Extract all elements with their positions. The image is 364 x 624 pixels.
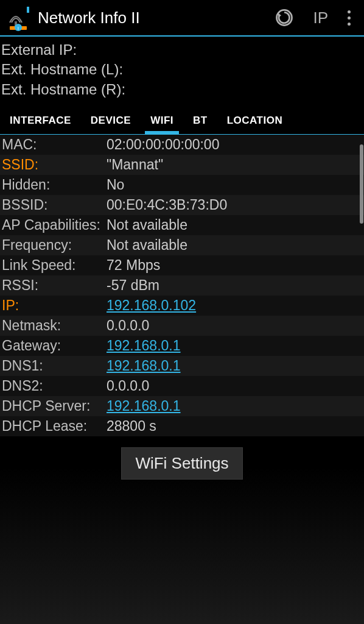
svg-rect-4 (27, 7, 29, 13)
table-row: Frequency:Not available (0, 235, 364, 255)
table-row: DNS1:192.168.0.1 (0, 356, 364, 376)
row-label: DHCP Server: (0, 396, 107, 416)
table-row: AP Capabilities:Not available (0, 215, 364, 235)
table-row: RSSI:-57 dBm (0, 275, 364, 296)
row-label: AP Capabilities: (0, 215, 107, 235)
table-row: Hidden:No (0, 175, 364, 195)
svg-text:i: i (18, 26, 19, 31)
row-value: 28800 s (107, 416, 364, 436)
external-info-section: External IP: Ext. Hostname (L): Ext. Hos… (0, 37, 364, 103)
svg-marker-6 (278, 13, 281, 18)
tab-device[interactable]: DEVICE (81, 107, 141, 134)
table-row: Link Speed:72 Mbps (0, 255, 364, 275)
table-row: DNS2:0.0.0.0 (0, 376, 364, 396)
refresh-icon (275, 9, 293, 27)
app-title: Network Info II (38, 9, 275, 27)
refresh-button[interactable] (275, 9, 293, 27)
row-value: 72 Mbps (107, 255, 364, 275)
row-value: No (107, 175, 364, 195)
row-label: Netmask: (0, 316, 107, 336)
row-label: Gateway: (0, 336, 107, 356)
tab-bt[interactable]: BT (183, 107, 217, 134)
kebab-dot-icon (348, 23, 351, 26)
row-value: Not available (107, 215, 364, 235)
tab-bar: INTERFACE DEVICE WIFI BT LOCATION (0, 107, 364, 135)
header-actions: IP (275, 9, 351, 27)
row-value: 0.0.0.0 (107, 376, 364, 396)
app-header: i Network Info II IP (0, 0, 364, 35)
row-value: 00:E0:4C:3B:73:D0 (107, 195, 364, 215)
table-row: Netmask:0.0.0.0 (0, 316, 364, 336)
row-label: DNS2: (0, 376, 107, 396)
tab-wifi[interactable]: WIFI (141, 107, 183, 134)
row-value: 192.168.0.1 (107, 336, 364, 356)
row-label: DHCP Lease: (0, 416, 107, 436)
row-label: MAC: (0, 135, 107, 155)
table-row: DHCP Server:192.168.0.1 (0, 396, 364, 416)
row-label: RSSI: (0, 275, 107, 296)
wifi-settings-button[interactable]: WiFi Settings (121, 447, 242, 480)
tab-location[interactable]: LOCATION (217, 107, 293, 134)
row-value: 192.168.0.1 (107, 396, 364, 416)
kebab-dot-icon (348, 10, 351, 13)
row-value: 192.168.0.1 (107, 356, 364, 376)
ip-link[interactable]: 192.168.0.1 (107, 358, 181, 374)
row-value: "Mannat" (107, 155, 364, 175)
row-label: DNS1: (0, 356, 107, 376)
app-icon: i (5, 4, 32, 31)
ip-link[interactable]: 192.168.0.1 (107, 398, 181, 414)
kebab-dot-icon (348, 16, 351, 20)
row-value: 02:00:00:00:00:00 (107, 135, 364, 155)
wifi-settings-wrap: WiFi Settings (0, 447, 364, 480)
ip-link[interactable]: 192.168.0.102 (107, 297, 196, 313)
row-value: 0.0.0.0 (107, 316, 364, 336)
tab-interface[interactable]: INTERFACE (0, 107, 81, 134)
ext-hostname-l-label: Ext. Hostname (L): (1, 60, 360, 79)
external-ip-label: External IP: (1, 40, 360, 60)
ext-hostname-r-label: Ext. Hostname (R): (1, 80, 360, 99)
row-label: SSID: (0, 155, 107, 175)
row-label: Hidden: (0, 175, 107, 195)
row-value: -57 dBm (107, 275, 364, 296)
table-row: MAC:02:00:00:00:00:00 (0, 135, 364, 155)
table-row: IP:192.168.0.102 (0, 296, 364, 316)
row-label: IP: (0, 296, 107, 316)
table-row: BSSID:00:E0:4C:3B:73:D0 (0, 195, 364, 215)
overflow-menu-button[interactable] (348, 10, 351, 26)
ip-link[interactable]: 192.168.0.1 (107, 338, 181, 353)
scrollbar-thumb[interactable] (360, 144, 363, 224)
table-row: SSID:"Mannat" (0, 155, 364, 175)
row-label: Link Speed: (0, 255, 107, 275)
table-row: DHCP Lease:28800 s (0, 416, 364, 436)
row-label: Frequency: (0, 235, 107, 255)
row-value: Not available (107, 235, 364, 255)
row-value: 192.168.0.102 (107, 296, 364, 316)
table-row: Gateway:192.168.0.1 (0, 336, 364, 356)
ip-button[interactable]: IP (313, 9, 328, 27)
wifi-details-table: MAC:02:00:00:00:00:00SSID:"Mannat"Hidden… (0, 135, 364, 436)
row-label: BSSID: (0, 195, 107, 215)
